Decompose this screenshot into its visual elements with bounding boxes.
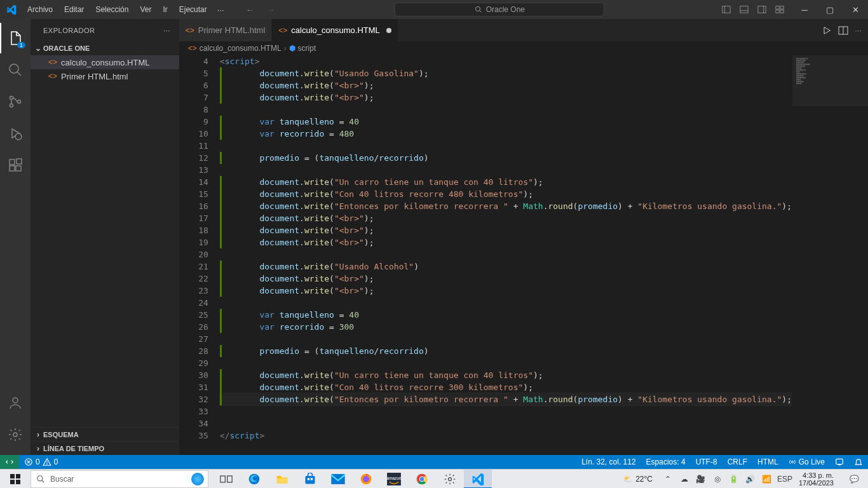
menu-item-archivo[interactable]: Archivo (22, 3, 58, 17)
minimap[interactable]: ███ ███████ ████████ █████████ █████████… (792, 55, 868, 455)
activity-debug-icon[interactable] (0, 118, 31, 149)
tray-location-icon[interactable]: ◎ (711, 475, 724, 484)
menu-item-ir[interactable]: Ir (158, 3, 172, 17)
svg-rect-8 (776, 6, 779, 9)
svg-rect-19 (10, 159, 15, 165)
go-live[interactable]: Go Live (783, 455, 830, 469)
encoding[interactable]: UTF-8 (691, 455, 722, 469)
html-file-icon: <> (278, 26, 287, 35)
tray-meet-now-icon[interactable]: 🎥 (695, 475, 707, 484)
taskbar-app-mail[interactable] (324, 470, 352, 489)
tray-onedrive-icon[interactable]: ☁ (678, 475, 691, 484)
editor-more-icon[interactable]: ··· (855, 25, 862, 35)
tray-language[interactable]: ESP (777, 475, 790, 484)
taskbar-app-vscode[interactable] (464, 470, 492, 489)
menu-item-ejecutar[interactable]: Ejecutar (174, 3, 212, 17)
svg-point-0 (475, 7, 480, 11)
command-center[interactable]: Oracle One (395, 3, 604, 17)
menu-overflow[interactable]: ··· (212, 3, 229, 17)
svg-point-33 (791, 461, 793, 463)
notifications-icon[interactable] (849, 455, 868, 469)
activity-extensions-icon[interactable] (0, 150, 31, 180)
language-mode[interactable]: HTML (752, 455, 783, 469)
svg-rect-34 (836, 459, 843, 464)
remote-indicator[interactable] (0, 455, 19, 469)
taskbar-app-explorer[interactable] (268, 470, 296, 489)
nav-forward-icon[interactable]: → (263, 3, 279, 17)
taskbar-app-edge[interactable] (240, 470, 268, 489)
menu-item-selección[interactable]: Selección (90, 3, 133, 17)
svg-rect-36 (16, 474, 20, 478)
task-view-icon[interactable] (212, 470, 240, 489)
sidebar-explorer: EXPLORADOR ··· ⌄ ORACLE ONE <>calculo_co… (31, 19, 179, 455)
cursor-position[interactable]: Lín. 32, col. 112 (576, 455, 641, 469)
toggle-panel-bottom-icon[interactable] (738, 4, 750, 15)
vscode-logo-icon (0, 4, 22, 15)
svg-rect-6 (758, 6, 766, 13)
activity-explorer-icon[interactable]: 1 (0, 23, 31, 53)
cortana-icon[interactable] (191, 473, 204, 485)
customize-layout-icon[interactable] (774, 4, 785, 15)
svg-point-14 (10, 97, 13, 100)
svg-point-18 (15, 133, 22, 140)
sidebar-more-icon[interactable]: ··· (163, 27, 170, 34)
toggle-panel-right-icon[interactable] (756, 4, 768, 15)
minimize-button[interactable]: ─ (792, 0, 817, 19)
windows-taskbar: Buscar amazon ⛅ 22°C ⌃ ☁ 🎥 ◎ 🔋 🔊 📶 ESP 4… (0, 469, 868, 488)
svg-rect-41 (220, 476, 226, 482)
tray-chevron-icon[interactable]: ⌃ (661, 475, 674, 484)
toggle-panel-left-icon[interactable] (721, 4, 732, 15)
outline-section[interactable]: › ESQUEMA (31, 427, 179, 441)
activity-settings-icon[interactable] (0, 419, 31, 450)
menu-item-ver[interactable]: Ver (135, 3, 156, 17)
file-item[interactable]: <>Primer HTML.html (31, 69, 179, 83)
line-numbers: 4567891011121314151617181920212223242526… (179, 55, 220, 455)
activity-scm-icon[interactable] (0, 86, 31, 117)
start-button[interactable] (0, 470, 31, 489)
taskbar-app-chrome[interactable] (408, 470, 436, 489)
svg-rect-22 (17, 159, 22, 164)
problems-indicator[interactable]: 0 0 (19, 455, 63, 469)
file-item[interactable]: <>calculo_consumo.HTML (31, 55, 179, 69)
workspace-folder-header[interactable]: ⌄ ORACLE ONE (31, 41, 179, 55)
tray-wifi-icon[interactable]: 📶 (761, 475, 773, 484)
sidebar-title: EXPLORADOR (43, 27, 95, 34)
menu-item-editar[interactable]: Editar (59, 3, 89, 17)
svg-rect-11 (780, 10, 783, 13)
timeline-section[interactable]: › LÍNEA DE TIEMPO (31, 441, 179, 455)
svg-rect-37 (10, 480, 15, 484)
indentation[interactable]: Espacios: 4 (641, 455, 691, 469)
nav-back-icon[interactable]: ← (242, 3, 258, 17)
eol[interactable]: CRLF (722, 455, 752, 469)
chevron-down-icon: ⌄ (33, 44, 43, 53)
editor-tab[interactable]: <>calculo_consumo.HTML (272, 19, 398, 41)
taskbar-app-amazon[interactable]: amazon (380, 470, 408, 489)
feedback-icon[interactable] (830, 455, 849, 469)
tray-volume-icon[interactable]: 🔊 (744, 475, 757, 484)
run-icon[interactable] (822, 25, 832, 36)
activity-account-icon[interactable] (0, 388, 31, 418)
taskbar-search[interactable]: Buscar (31, 470, 208, 488)
close-window-button[interactable]: ✕ (843, 0, 868, 19)
tray-battery-icon[interactable]: 🔋 (728, 475, 740, 484)
svg-rect-45 (308, 478, 309, 480)
svg-point-57 (449, 477, 452, 480)
taskbar-app-firefox[interactable] (352, 470, 380, 489)
taskbar-app-settings[interactable] (436, 470, 464, 489)
taskbar-clock[interactable]: 4:33 p. m. 17/04/2023 (794, 470, 839, 488)
svg-rect-4 (740, 6, 748, 13)
dirty-indicator-icon (386, 28, 391, 33)
maximize-button[interactable]: ▢ (817, 0, 843, 19)
breadcrumbs[interactable]: <> calculo_consumo.HTML › ⬢ script (179, 41, 868, 55)
weather-widget[interactable]: ⛅ 22°C (618, 475, 658, 484)
html-file-icon: <> (48, 58, 57, 67)
editor-tab[interactable]: <>Primer HTML.html (179, 19, 272, 41)
activity-search-icon[interactable] (0, 55, 31, 85)
code-editor[interactable]: <script> document.write("Usando Gasolina… (220, 55, 792, 455)
svg-line-40 (42, 480, 44, 482)
split-editor-icon[interactable] (838, 25, 848, 36)
svg-point-23 (13, 398, 18, 403)
taskbar-app-store[interactable] (296, 470, 324, 489)
chevron-right-icon: › (33, 430, 43, 439)
action-center-icon[interactable]: 💬 (843, 475, 865, 484)
